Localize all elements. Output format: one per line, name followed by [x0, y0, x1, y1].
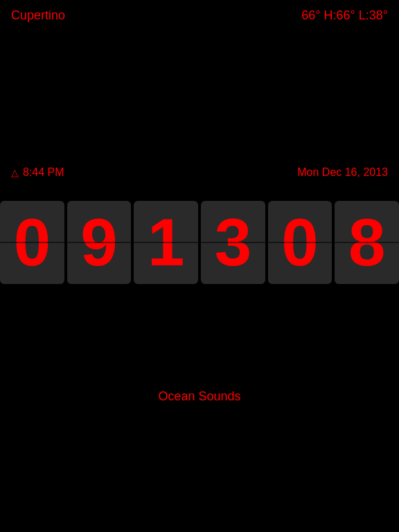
digit-3: 1 [148, 209, 184, 276]
digit-card-6: 8 [335, 201, 399, 284]
date-display: Mon Dec 16, 2013 [297, 166, 388, 179]
digit-2: 9 [80, 209, 117, 276]
weather-info: 66° H:66° L:38° [301, 8, 388, 23]
digit-card-3: 1 [134, 201, 198, 284]
middle-info: △ 8:44 PM Mon Dec 16, 2013 [0, 166, 399, 179]
alarm-icon: △ [11, 167, 19, 178]
top-bar: Cupertino 66° H:66° L:38° [0, 0, 399, 23]
digit-card-2: 9 [67, 201, 132, 284]
city-name: Cupertino [11, 8, 65, 23]
digit-card-1: 0 [0, 201, 64, 284]
sound-label: Ocean Sounds [0, 389, 399, 404]
alarm-time-text: 8:44 PM [23, 166, 64, 179]
digit-card-4: 3 [201, 201, 265, 284]
alarm-time-display: △ 8:44 PM [11, 166, 64, 179]
digit-1: 0 [14, 209, 51, 276]
clock-display: 0 9 1 3 0 8 [0, 201, 399, 284]
digit-6: 8 [348, 209, 385, 276]
digit-card-5: 0 [268, 201, 332, 284]
digit-5: 0 [281, 209, 318, 276]
digit-4: 3 [215, 209, 251, 276]
